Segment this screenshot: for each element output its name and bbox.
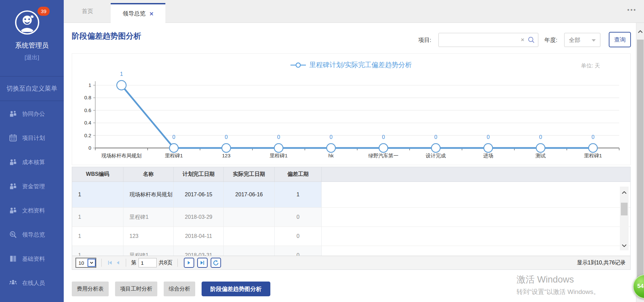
page-prefix: 第 — [131, 259, 137, 266]
svg-text:现场标杆布局规划: 现场标杆布局规划 — [101, 153, 142, 158]
user-avatar-icon — [14, 9, 40, 36]
bottom-tab-strip: 费用分析表项目工时分析综合分析阶段偏差趋势图分析 — [72, 282, 277, 296]
scroll-down-icon[interactable] — [622, 244, 627, 247]
sidebar-item-leader-overview[interactable]: 领导总览 — [0, 222, 64, 247]
table-cell: 2017-06-16 — [224, 182, 275, 207]
sidebar-item-documents[interactable]: 文档资料 — [0, 198, 64, 222]
project-search-box[interactable]: × — [438, 33, 538, 47]
last-page-button[interactable] — [197, 258, 208, 268]
switch-menu-button[interactable]: 切换至自定义菜单 — [0, 76, 64, 101]
line-marker-icon — [290, 62, 306, 68]
column-header[interactable]: 偏差工期 — [275, 167, 322, 182]
notification-badge: 39 — [38, 7, 50, 16]
sidebar-item-online-users[interactable]: 在线人员 — [0, 271, 64, 295]
bottom-tab-stage-deviation[interactable]: 阶段偏差趋势图分析 — [202, 282, 270, 296]
query-button[interactable]: 查询 — [609, 32, 631, 47]
table-row[interactable]: 1现场标杆布局规划2017-06-152017-06-161 — [72, 182, 630, 208]
bottom-tab-cost-analysis[interactable]: 费用分析表 — [72, 282, 109, 296]
prev-page-button[interactable] — [115, 260, 121, 266]
column-header[interactable]: 计划完工日期 — [174, 167, 224, 182]
scrollbar-thumb[interactable] — [637, 40, 644, 281]
people-icon — [9, 206, 17, 215]
svg-text:123: 123 — [222, 153, 230, 158]
svg-text:里程碑1: 里程碑1 — [584, 153, 602, 158]
svg-text:0.8: 0.8 — [84, 95, 91, 100]
sidebar-item-label: 协同办公 — [22, 110, 45, 118]
table-cell: 1 — [72, 182, 123, 207]
logout-link[interactable]: [退出] — [0, 54, 64, 61]
page-number-input[interactable] — [139, 258, 157, 267]
chart-title: 里程碑计划/实际完工偏差趋势分析 — [309, 60, 412, 69]
close-icon[interactable]: × — [150, 10, 154, 17]
year-label: 年度: — [544, 36, 557, 44]
table-cell: 1 — [72, 246, 123, 256]
scrollbar-thumb[interactable] — [621, 203, 628, 215]
table-cell: 0 — [275, 208, 322, 226]
avatar[interactable] — [14, 9, 40, 36]
page-title: 阶段偏差趋势图分析 — [72, 31, 141, 41]
calendar-icon — [9, 134, 17, 142]
scroll-up-icon[interactable] — [622, 191, 627, 194]
sidebar-item-fund-management[interactable]: 资金管理 — [0, 174, 64, 198]
svg-text:0: 0 — [277, 134, 280, 140]
year-value: 全部 — [569, 36, 580, 44]
people-icon — [9, 109, 17, 118]
bottom-tab-project-hours[interactable]: 项目工时分析 — [115, 282, 157, 296]
table-row[interactable]: 1里程碑12018-03-290 — [72, 208, 630, 227]
project-input[interactable] — [439, 33, 521, 47]
table-row[interactable]: 1里程碑12018-03-310 — [72, 246, 630, 256]
first-page-button[interactable] — [107, 260, 113, 266]
sidebar-item-project-plan[interactable]: 项目计划 — [0, 126, 64, 150]
svg-text:0: 0 — [382, 134, 385, 140]
column-header[interactable]: WBS编码 — [72, 167, 123, 182]
svg-text:绿野汽车第一: 绿野汽车第一 — [368, 153, 398, 158]
year-select[interactable]: 全部 — [564, 33, 600, 47]
refresh-button[interactable] — [211, 258, 221, 268]
table-row[interactable]: 11232018-04-110 — [72, 227, 630, 246]
sidebar-item-cost-accounting[interactable]: 成本核算 — [0, 150, 64, 174]
table-scrollbar[interactable] — [620, 187, 629, 250]
table-body: 1现场标杆布局规划2017-06-152017-06-1611里程碑12018-… — [72, 182, 630, 256]
more-menu-icon[interactable]: ••• — [627, 7, 637, 14]
column-header[interactable]: 名称 — [123, 167, 174, 182]
sidebar-item-basic-data[interactable]: 基础资料 — [0, 247, 64, 271]
bottom-tab-comprehensive[interactable]: 综合分析 — [164, 282, 195, 296]
svg-text:0: 0 — [89, 145, 91, 151]
tabbar: 首页 领导总览 × ••• — [64, 0, 644, 23]
tab-leader-overview[interactable]: 领导总览 × — [111, 3, 165, 23]
trend-line-chart: 00.20.40.60.81现场标杆布局规划里程碑1123里程碑1hk绿野汽车第… — [72, 54, 630, 165]
scroll-up-icon[interactable] — [638, 30, 643, 33]
sidebar-item-collab-office[interactable]: 协同办公 — [0, 102, 64, 126]
table-cell: 1 — [72, 227, 123, 246]
main-content: 阶段偏差趋势图分析 项目: × 年度: 全部 查询 00.20.40.60.81… — [64, 23, 636, 302]
page-scrollbar[interactable] — [636, 23, 644, 302]
clear-icon[interactable]: × — [521, 37, 524, 43]
tab-label: 领导总览 — [123, 10, 146, 17]
table-cell: 现场标杆布局规划 — [123, 182, 174, 207]
table-cell: 2018-03-31 — [174, 246, 224, 256]
sidebar-item-label: 资金管理 — [22, 183, 45, 190]
username: 系统管理员 — [0, 41, 64, 50]
column-header[interactable]: 实际完工日期 — [224, 167, 275, 182]
search-icon[interactable] — [528, 36, 535, 44]
table-cell: 123 — [123, 227, 174, 246]
group-icon — [9, 279, 17, 287]
sidebar-item-label: 在线人员 — [22, 279, 45, 287]
tab-home[interactable]: 首页 — [77, 0, 98, 23]
table-cell — [224, 227, 275, 246]
chart-legend[interactable]: 里程碑计划/实际完工偏差趋势分析 — [72, 60, 630, 69]
sidebar-item-label: 文档资料 — [22, 207, 45, 214]
table-cell: 2017-06-15 — [174, 182, 224, 207]
next-page-button[interactable] — [184, 258, 194, 268]
page-size-select[interactable]: 10 — [75, 258, 96, 268]
table-cell: 2018-03-29 — [174, 208, 224, 226]
people-icon — [9, 182, 17, 191]
svg-text:设计完成: 设计完成 — [425, 153, 446, 158]
table-cell: 0 — [275, 246, 322, 256]
project-label: 项目: — [418, 36, 431, 44]
watermark-line2: 转到"设置"以激活 Windows。 — [517, 288, 600, 296]
sidebar-item-label: 成本核算 — [22, 158, 45, 166]
windows-watermark: 激活 Windows 转到"设置"以激活 Windows。 — [517, 273, 600, 296]
table-cell: 里程碑1 — [123, 246, 174, 256]
svg-text:里程碑1: 里程碑1 — [270, 153, 287, 158]
